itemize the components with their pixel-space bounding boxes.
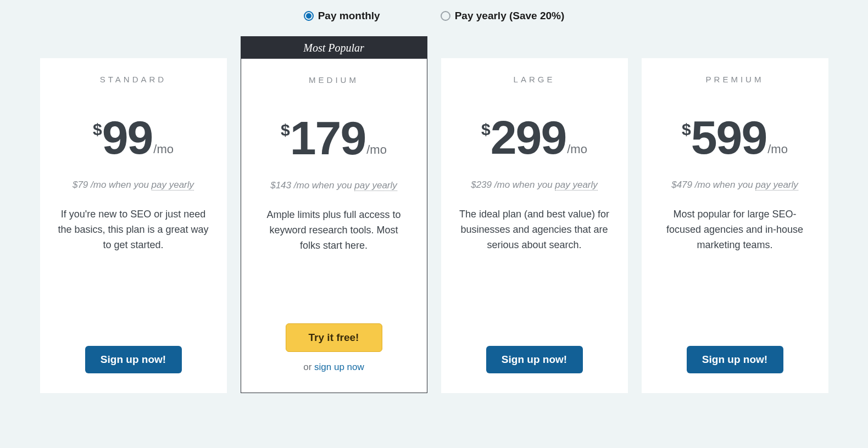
try-free-button[interactable]: Try it free!: [286, 323, 382, 352]
signup-button[interactable]: Sign up now!: [486, 346, 583, 373]
plan-name: STANDARD: [100, 75, 166, 84]
plan-name: PREMIUM: [706, 75, 764, 84]
pay-monthly-label: Pay monthly: [318, 10, 380, 22]
currency-symbol: $: [281, 122, 290, 138]
yearly-note: $479 /mo when you pay yearly: [671, 180, 798, 191]
cta-area: Try it free! or sign up now: [257, 323, 411, 373]
cta-area: Sign up now!: [457, 346, 613, 373]
most-popular-badge: Most Popular: [241, 37, 427, 59]
signup-button[interactable]: Sign up now!: [85, 346, 182, 373]
billing-toggle: Pay monthly Pay yearly (Save 20%): [0, 0, 868, 36]
currency-symbol: $: [481, 121, 491, 138]
yearly-note: $143 /mo when you pay yearly: [270, 180, 397, 191]
plan-description: If you're new to SEO or just need the ba…: [55, 207, 212, 253]
price-period: /mo: [153, 142, 174, 156]
yearly-note-text: /mo when you: [692, 180, 755, 190]
yearly-price: $143: [270, 180, 291, 191]
price: $ 299 /mo: [481, 114, 587, 161]
pricing-cards: STANDARD $ 99 /mo $79 /mo when you pay y…: [0, 36, 868, 393]
price-amount: 179: [290, 114, 366, 161]
signup-button[interactable]: Sign up now!: [687, 346, 783, 373]
cta-area: Sign up now!: [657, 346, 813, 373]
price-amount: 299: [491, 114, 566, 161]
price-amount: 99: [102, 114, 153, 161]
plan-description: The ideal plan (and best value) for busi…: [457, 207, 613, 253]
yearly-price: $239: [471, 180, 492, 190]
alt-prefix: or: [303, 362, 314, 372]
price-period: /mo: [366, 143, 387, 157]
yearly-note-text: /mo when you: [291, 180, 354, 191]
pay-monthly-option[interactable]: Pay monthly: [304, 10, 380, 22]
price-period: /mo: [767, 142, 788, 156]
plan-description: Ample limits plus full access to keyword…: [257, 208, 411, 254]
yearly-note: $239 /mo when you pay yearly: [471, 180, 598, 191]
signup-link[interactable]: sign up now: [314, 362, 364, 372]
yearly-price: $79: [73, 180, 88, 190]
yearly-note-text: /mo when you: [492, 180, 555, 190]
price: $ 179 /mo: [281, 114, 387, 161]
plan-card-standard: STANDARD $ 99 /mo $79 /mo when you pay y…: [40, 58, 227, 393]
plan-name: LARGE: [514, 75, 555, 84]
pay-yearly-link[interactable]: pay yearly: [354, 180, 397, 191]
pay-yearly-label: Pay yearly (Save 20%): [455, 10, 565, 22]
price-amount: 599: [691, 114, 767, 161]
pay-yearly-link[interactable]: pay yearly: [755, 180, 798, 191]
radio-icon: [304, 11, 314, 21]
yearly-note: $79 /mo when you pay yearly: [73, 180, 194, 191]
price-period: /mo: [567, 142, 587, 156]
radio-icon: [441, 11, 450, 21]
plan-card-medium: Most Popular MEDIUM $ 179 /mo $143 /mo w…: [241, 36, 427, 393]
cta-area: Sign up now!: [55, 346, 212, 373]
plan-description: Most popular for large SEO-focused agenc…: [657, 207, 813, 253]
plan-name: MEDIUM: [309, 75, 359, 85]
price: $ 99 /mo: [93, 114, 174, 161]
yearly-note-text: /mo when you: [88, 180, 151, 190]
pay-yearly-link[interactable]: pay yearly: [152, 180, 194, 191]
pay-yearly-link[interactable]: pay yearly: [555, 180, 597, 191]
yearly-price: $479: [671, 180, 692, 190]
pay-yearly-option[interactable]: Pay yearly (Save 20%): [441, 10, 565, 22]
currency-symbol: $: [682, 121, 691, 138]
plan-card-large: LARGE $ 299 /mo $239 /mo when you pay ye…: [441, 58, 628, 393]
plan-card-premium: PREMIUM $ 599 /mo $479 /mo when you pay …: [642, 58, 828, 393]
currency-symbol: $: [93, 121, 102, 138]
price: $ 599 /mo: [682, 114, 788, 161]
alt-signup-row: or sign up now: [257, 362, 411, 373]
